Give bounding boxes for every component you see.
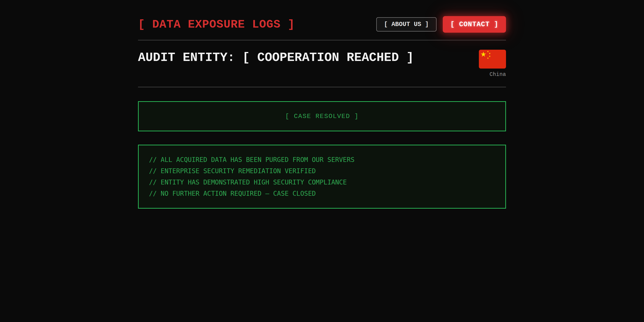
page-title: [ DATA EXPOSURE LOGS ] bbox=[138, 18, 295, 31]
log-line: // ENTERPRISE SECURITY REMEDIATION VERIF… bbox=[149, 165, 495, 177]
page-container: [ DATA EXPOSURE LOGS ] [ ABOUT US ] [ CO… bbox=[138, 0, 506, 208]
about-us-button[interactable]: [ ABOUT US ] bbox=[376, 17, 436, 32]
audit-entity-heading: AUDIT ENTITY: [ COOPERATION REACHED ] bbox=[138, 50, 414, 65]
log-line: // ALL ACQUIRED DATA HAS BEEN PURGED FRO… bbox=[149, 154, 495, 165]
country-label: China bbox=[490, 72, 506, 78]
resolution-log-box: // ALL ACQUIRED DATA HAS BEEN PURGED FRO… bbox=[138, 145, 506, 208]
contact-button[interactable]: [ CONTACT ] bbox=[443, 16, 506, 33]
log-line: // NO FURTHER ACTION REQUIRED — CASE CLO… bbox=[149, 188, 495, 199]
header: [ DATA EXPOSURE LOGS ] [ ABOUT US ] [ CO… bbox=[138, 16, 506, 33]
entity-section: AUDIT ENTITY: [ COOPERATION REACHED ] Ch… bbox=[138, 40, 506, 87]
header-nav: [ ABOUT US ] [ CONTACT ] bbox=[376, 16, 506, 33]
country-block: China bbox=[479, 50, 506, 78]
case-status-text: [ CASE RESOLVED ] bbox=[285, 113, 359, 120]
case-status-banner: [ CASE RESOLVED ] bbox=[138, 101, 506, 131]
log-line: // ENTITY HAS DEMONSTRATED HIGH SECURITY… bbox=[149, 177, 495, 188]
china-flag-icon bbox=[479, 50, 506, 68]
entity-divider bbox=[138, 87, 506, 88]
